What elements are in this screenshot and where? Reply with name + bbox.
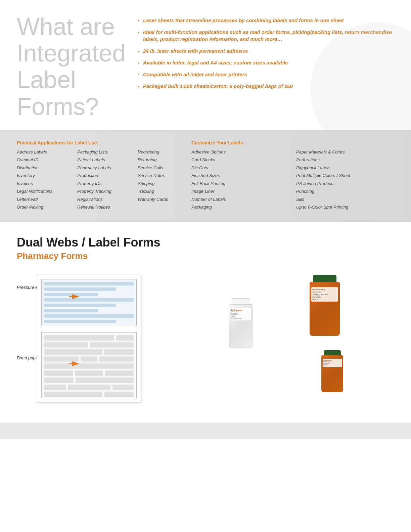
customize-item: Punching xyxy=(296,188,394,195)
form-diagram: Pressure-sensitive at top ... Bond paper… xyxy=(17,268,161,409)
pharmacy-content: Pressure-sensitive at top ... Bond paper… xyxy=(17,268,394,409)
practical-item: Reordering xyxy=(138,149,191,156)
hero-bullet-item: Laser sheets that streamline processes b… xyxy=(138,17,394,24)
small-orange-bottle: Rx Pharmacy 000023-0835 JOHN SMITH QTY: … xyxy=(321,350,343,392)
practical-item: Criminal ID xyxy=(17,157,71,163)
practical-item: Warranty Cards xyxy=(138,196,191,203)
customize-col1: Adhesive OptionsCard StocksDie CutsFinis… xyxy=(191,149,289,212)
hero-bullets: Laser sheets that streamline processes b… xyxy=(131,13,394,94)
bottles-group: Rx Pharmacy (800)555-5555 123 MAIN ST, A… xyxy=(219,271,347,399)
practical-item: Address Labels xyxy=(17,149,71,156)
hero-bullet-item: Compatible with all inkjet and laser pri… xyxy=(138,71,394,78)
customize-item: Finished Sizes xyxy=(191,172,289,179)
footer-bar xyxy=(0,423,411,439)
middle-section: Practical Applications for Label Use: Ad… xyxy=(0,130,411,222)
practical-item: Packaging Lists xyxy=(77,149,131,156)
customize-item: Image Liner xyxy=(191,188,289,195)
customize-item: Die Cuts xyxy=(191,165,289,171)
practical-col1: Address LabelsCriminal IDDistributionInv… xyxy=(17,149,71,212)
customize-item: Print Multiple Colors / Sheet xyxy=(296,172,394,179)
practical-item: Returning xyxy=(138,157,191,163)
practical-item: Registrations xyxy=(77,196,131,203)
practical-item: Tracking xyxy=(138,188,191,195)
practical-item: Legal Notifications xyxy=(17,188,71,195)
big-orange-bottle: Rx Pharmacy (800)555-5555 123 MAIN ST, A… xyxy=(310,275,340,336)
hero-bullet-item: Available in letter, legal and A4 sizes;… xyxy=(138,59,394,66)
practical-item: Shipping xyxy=(138,180,191,187)
bottom-title: Dual Webs / Label Forms xyxy=(17,235,394,250)
hero-section: What are Integrated Label Forms? Laser s… xyxy=(0,0,411,130)
customize-item: Full Back Printing xyxy=(191,180,289,187)
customize-item: Paper Materials & Colors xyxy=(296,149,394,156)
practical-item: Inventory xyxy=(17,172,71,179)
form-bottom xyxy=(41,332,137,398)
customize-item: Packaging xyxy=(191,204,289,211)
hero-bullet-item: Ideal for multi-function applications su… xyxy=(138,29,394,43)
practical-item: Production xyxy=(77,172,131,179)
customize-item: Slits xyxy=(296,196,394,203)
customize-labels: Customize Your Labels: Adhesive OptionsC… xyxy=(191,140,394,212)
bottom-subtitle: Pharmacy Forms xyxy=(17,251,394,261)
practical-item: Letterhead xyxy=(17,196,71,203)
customize-col2: Paper Materials & ColorsPerforationsPigg… xyxy=(296,149,394,212)
customize-item: Card Stocks xyxy=(191,157,289,163)
practical-item: Order Picking xyxy=(17,204,71,211)
customize-item: Up to 6-Color Spot Printing xyxy=(296,204,394,211)
label-top xyxy=(41,279,137,326)
hero-bullet-item: Packaged bulk 1,500 sheets/carton; 6 pol… xyxy=(138,83,394,90)
hero-title: What are Integrated Label Forms? xyxy=(17,13,131,120)
customize-item: PS Joined Products xyxy=(296,180,394,187)
practical-col2: Packaging ListsPatient LabelsPharmacy La… xyxy=(77,149,131,212)
pharmacy-bottles: Rx Pharmacy (800)555-5555 123 MAIN ST, A… xyxy=(171,268,394,402)
practical-item: Invoices xyxy=(17,180,71,187)
practical-item: Property IDs xyxy=(77,180,131,187)
customize-item: Adhesive Options xyxy=(191,149,289,156)
customize-item: Perforations xyxy=(296,157,394,163)
practical-item: Service Calls xyxy=(138,165,191,171)
bottle-rx-label: Rx Pharmacy xyxy=(312,289,337,291)
practical-apps: Practical Applications for Label Use: Ad… xyxy=(17,140,191,212)
customize-item: Number of Labels xyxy=(191,196,289,203)
form-sheet xyxy=(37,275,141,402)
bottom-section: Dual Webs / Label Forms Pharmacy Forms xyxy=(0,222,411,423)
practical-apps-heading: Practical Applications for Label Use: xyxy=(17,140,191,145)
practical-item: Distribution xyxy=(17,165,71,171)
practical-col3: ReorderingReturningService CallsService … xyxy=(138,149,191,212)
hero-bullet-item: 24 lb. laser sheets with permanent adhes… xyxy=(138,47,394,54)
med-white-bottle: Rx Pharmacy 000023-0829 DR. SMITH JOHN S… xyxy=(229,298,253,348)
practical-item: Service Dates xyxy=(138,172,191,179)
customize-heading: Customize Your Labels: xyxy=(191,140,394,145)
practical-item: Property Tracking xyxy=(77,188,131,195)
practical-item: Pharmacy Labels xyxy=(77,165,131,171)
practical-item: Renewal Notices xyxy=(77,204,131,211)
practical-item: Patient Labels xyxy=(77,157,131,163)
customize-item: Piggyback Labels xyxy=(296,165,394,171)
